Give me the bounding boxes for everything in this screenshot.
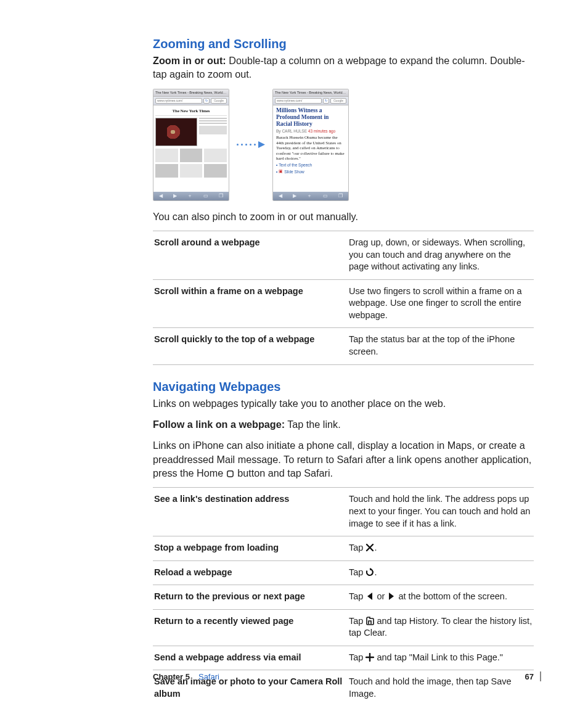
table-row: Scroll around a webpageDrag up, down, or…: [153, 231, 534, 280]
url-field: www.nytimes.com/: [155, 98, 202, 104]
table-row: Scroll within a frame on a webpageUse tw…: [153, 279, 534, 328]
reload-icon: [365, 568, 374, 577]
table-row-label: Scroll around a webpage: [153, 231, 348, 280]
phone-toolbar: ◀ ▶ ＋ ▭ ❐: [273, 192, 348, 200]
zoom-figure: The New York Times - Breaking News, Worl…: [153, 89, 534, 201]
table-row-value: Use two fingers to scroll within a frame…: [348, 279, 534, 328]
forward-icon: ▶: [173, 193, 177, 199]
forward-icon: ▶: [293, 193, 296, 199]
chapter-name: Safari: [198, 672, 219, 681]
zoom-lead-bold: Zoom in or out:: [153, 55, 226, 66]
page-footer: Chapter 5 Safari 67: [0, 671, 588, 681]
pages-icon: ❐: [338, 193, 343, 199]
chapter-number: Chapter 5: [153, 672, 190, 681]
table-row-value: Tap or at the bottom of the screen.: [348, 585, 534, 610]
table-row: Stop a webpage from loadingTap .: [153, 536, 534, 561]
follow-link-para: Follow a link on a webpage: Tap the link…: [153, 417, 534, 431]
back-icon: ◀: [279, 193, 282, 199]
zoom-intro-para: Zoom in or out: Double-tap a column on a…: [153, 54, 534, 81]
phone-titlebar: The New York Times - Breaking News, Worl…: [153, 89, 229, 97]
table-row-value: Drag up, down, or sideways. When scrolli…: [348, 231, 534, 280]
table-row-label: Return to a recently viewed page: [153, 609, 348, 646]
svg-rect-0: [227, 471, 233, 477]
phone-titlebar: The New York Times - Breaking News, Worl…: [273, 89, 348, 97]
nav-para-2-pre: Links on iPhone can also initiate a phon…: [153, 440, 531, 478]
follow-rest: Tap the link.: [285, 419, 341, 430]
search-field: Google: [211, 98, 227, 104]
zoom-arrow: [237, 141, 265, 148]
table-row: Scroll quickly to the top of a webpageTa…: [153, 328, 534, 364]
phone-screenshot-zoomed: The New York Times - Breaking News, Worl…: [272, 89, 349, 201]
table-row: See a link's destination addressTouch an…: [153, 488, 534, 536]
phone-url-bar: www.nytimes.com/ ↻ Google: [153, 97, 229, 105]
table-row: Send a webpage address via emailTap and …: [153, 646, 534, 670]
reload-icon: ↻: [323, 98, 329, 104]
table-row-label: Stop a webpage from loading: [153, 536, 348, 561]
bookmarks-icon: [365, 617, 374, 625]
back-icon: ◀: [159, 193, 163, 199]
table-row-value: Tap and tap "Mail Link to this Page.": [348, 646, 534, 670]
footer-divider: [540, 671, 541, 681]
phone-webpage: The New York Times: [153, 105, 229, 192]
nyt-masthead: The New York Times: [155, 107, 227, 116]
plus-icon: [365, 653, 374, 662]
phone-webpage-zoomed: Millions Witness a Profound Moment in Ra…: [273, 105, 348, 192]
table-row-value: Tap .: [348, 536, 534, 561]
bookmarks-icon: ▭: [203, 193, 208, 199]
plus-icon: ＋: [187, 192, 192, 199]
phone-url-bar: www.nytimes.com/ ↻ Google: [273, 97, 348, 105]
forward-icon: [387, 592, 396, 601]
nav-para-2: Links on iPhone can also initiate a phon…: [153, 438, 534, 480]
article-headline: Millions Witness a Profound Moment in Ra…: [276, 107, 345, 128]
table-row: Return to a recently viewed pageTap and …: [153, 609, 534, 646]
reload-icon: ↻: [203, 98, 210, 104]
table-row-label: Scroll within a frame on a webpage: [153, 279, 348, 328]
table-row: Return to the previous or next pageTap o…: [153, 585, 534, 610]
after-figure-para: You can also pinch to zoom in or out man…: [153, 210, 534, 223]
table-row-value: Tap and tap History. To clear the histor…: [348, 609, 534, 646]
x-icon: [365, 543, 374, 552]
table-row-label: Send a webpage address via email: [153, 646, 348, 670]
bookmarks-icon: ▭: [323, 193, 328, 199]
follow-bold: Follow a link on a webpage:: [153, 419, 285, 430]
phone-screenshot-normal: The New York Times - Breaking News, Worl…: [153, 89, 229, 201]
phone-toolbar: ◀ ▶ ＋ ▭ ❐: [153, 192, 229, 200]
section-heading-navigating: Navigating Webpages: [153, 380, 534, 394]
nav-intro-para: Links on webpages typically take you to …: [153, 396, 534, 410]
url-field: www.nytimes.com/: [275, 98, 322, 104]
article-excerpt: Barack Hussein Obama became the 44th pre…: [276, 135, 345, 161]
table-row-value: Tap the status bar at the top of the iPh…: [348, 328, 534, 364]
table-row: Reload a webpageTap .: [153, 560, 534, 585]
nav-para-2-post: button and tap Safari.: [235, 467, 333, 478]
scrolling-table: Scroll around a webpageDrag up, down, or…: [153, 231, 534, 365]
article-byline: By CARL HULSE 43 minutes ago: [276, 129, 345, 133]
table-row-value: Tap .: [348, 560, 534, 585]
back-icon: [365, 592, 374, 601]
table-row-value: Touch and hold the link. The address pop…: [348, 488, 534, 536]
article-link-text: • Text of the Speech: [276, 163, 345, 167]
article-link-slideshow: • ▣ Slide Show: [276, 169, 345, 174]
pages-icon: ❐: [219, 193, 223, 199]
table-row-label: Return to the previous or next page: [153, 585, 348, 610]
nyt-hero-photo: [155, 118, 197, 146]
home-button-icon: [226, 470, 235, 478]
search-field: Google: [330, 98, 346, 104]
page-number: 67: [525, 672, 534, 681]
table-row-label: Reload a webpage: [153, 560, 348, 585]
table-row-label: Scroll quickly to the top of a webpage: [153, 328, 348, 364]
section-heading-zooming: Zooming and Scrolling: [153, 37, 534, 51]
plus-icon: ＋: [307, 192, 312, 199]
table-row-label: See a link's destination address: [153, 488, 348, 536]
arrow-right-icon: [258, 141, 265, 148]
